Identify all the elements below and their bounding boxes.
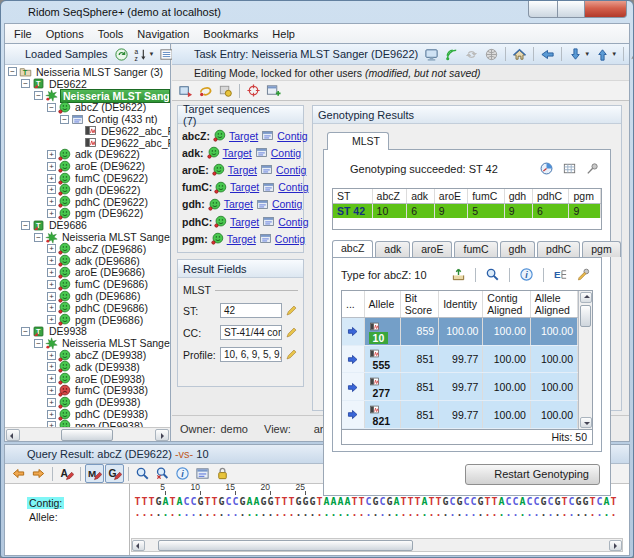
expand-toggle[interactable]: +: [47, 315, 56, 324]
tree-node[interactable]: +pdhC (DE9622): [5, 196, 170, 208]
allele-col-header[interactable]: Bit Score: [400, 291, 438, 318]
st-col-header[interactable]: ST: [333, 189, 372, 204]
submit-gray-icon[interactable]: [628, 45, 634, 64]
expand-toggle[interactable]: +: [47, 256, 56, 265]
tab-pdhC[interactable]: pdhC: [537, 241, 580, 257]
allele-row-label[interactable]: Allele:: [27, 511, 60, 523]
tab-fumC[interactable]: fumC: [454, 241, 497, 257]
tree-e-icon[interactable]: E: [551, 265, 570, 284]
scroll-left-button[interactable]: [6, 429, 20, 441]
tree-hscrollbar[interactable]: [5, 427, 170, 441]
info-icon[interactable]: i: [517, 265, 536, 284]
target-link[interactable]: Target: [223, 147, 252, 159]
menu-tools[interactable]: Tools: [91, 26, 131, 42]
monitor-icon[interactable]: [422, 45, 441, 64]
st-result-row[interactable]: ST 4210695969: [333, 204, 601, 219]
contig-link[interactable]: Contig: [276, 164, 306, 176]
pencil-a-icon[interactable]: A: [57, 464, 76, 483]
tab-mlst[interactable]: MLST: [327, 132, 389, 150]
target-link[interactable]: Target: [230, 216, 259, 228]
edit-pencil-icon[interactable]: [285, 326, 298, 339]
goto-arrow-icon[interactable]: [346, 381, 359, 394]
expand-toggle[interactable]: +: [47, 410, 56, 419]
tree-node[interactable]: +adk (DE9938): [5, 361, 170, 373]
tree-node[interactable]: +pgm (DE9622): [5, 208, 170, 220]
tree-node[interactable]: −Neisseria MLST Sanger (DE9938): [5, 337, 170, 349]
sync-gray-icon[interactable]: [462, 45, 481, 64]
tree-node[interactable]: −TDE9686: [5, 219, 170, 231]
tree-node[interactable]: −Contig (433 nt): [5, 113, 170, 125]
import-icon[interactable]: [176, 81, 195, 100]
collapse-toggle[interactable]: −: [60, 115, 69, 124]
contig-link[interactable]: Contig: [275, 233, 305, 245]
expand-toggle[interactable]: +: [47, 374, 56, 383]
expand-toggle[interactable]: +: [47, 292, 56, 301]
arrow-left-icon[interactable]: [538, 45, 557, 64]
tree-node[interactable]: +pgm (DE9938): [5, 420, 170, 427]
close-window-button[interactable]: [584, 1, 627, 18]
goto-arrow-icon[interactable]: [346, 325, 359, 338]
contig-link[interactable]: Contig: [277, 130, 307, 142]
alignment-hscrollbar[interactable]: [131, 538, 623, 552]
collapse-toggle[interactable]: −: [21, 327, 30, 336]
lock-icon[interactable]: [213, 464, 232, 483]
allele-vscrollbar[interactable]: [578, 291, 592, 429]
pencil-m-icon[interactable]: M: [85, 464, 104, 483]
coin-icon[interactable]: [216, 81, 235, 100]
expand-toggle[interactable]: +: [47, 386, 56, 395]
allele-col-header[interactable]: Identity: [439, 291, 483, 318]
tree-node[interactable]: +abcZ (DE9686): [5, 243, 170, 255]
tree-node[interactable]: +abcZ (DE9938): [5, 349, 170, 361]
allele-col-header[interactable]: Allele Aligned: [530, 291, 577, 318]
restart-genotyping-button[interactable]: Restart Genotyping: [465, 464, 600, 485]
allele-col-header[interactable]: Allele: [364, 291, 400, 318]
target-link[interactable]: Target: [228, 164, 257, 176]
expand-toggle[interactable]: +: [47, 174, 56, 183]
contig-link[interactable]: Contig: [272, 198, 302, 210]
orange-left-icon[interactable]: [9, 464, 28, 483]
pie-icon[interactable]: [537, 159, 556, 178]
scroll-thumb[interactable]: [158, 540, 413, 551]
menu-bookmarks[interactable]: Bookmarks: [196, 26, 265, 42]
tree-node[interactable]: +gdh (DE9686): [5, 290, 170, 302]
menu-navigation[interactable]: Navigation: [130, 26, 196, 42]
scroll-right-button[interactable]: [609, 540, 622, 551]
arrow-down-menu-icon[interactable]: ▼: [566, 45, 592, 64]
contig-row-label[interactable]: Contig:: [27, 497, 64, 509]
field-value[interactable]: 42: [220, 303, 282, 318]
expand-toggle[interactable]: +: [47, 351, 56, 360]
tree-node[interactable]: −TNeisseria MLST Sanger (3): [5, 66, 170, 78]
tree-node[interactable]: +gdh (DE9938): [5, 396, 170, 408]
collapse-toggle[interactable]: −: [47, 103, 56, 112]
field-value[interactable]: 10, 6, 9, 5, 9, 6, 9: [220, 347, 282, 362]
expand-toggle[interactable]: +: [47, 197, 56, 206]
wifi-icon[interactable]: [442, 45, 461, 64]
st-col-header[interactable]: pdhC: [533, 189, 569, 204]
allele-row[interactable]: 10859100.00100.00100.00: [342, 318, 578, 346]
tree-node[interactable]: DE9622_abc_R (7: [5, 125, 170, 137]
collapse-toggle[interactable]: −: [34, 339, 43, 348]
st-col-header[interactable]: gdh: [504, 189, 532, 204]
contig-link[interactable]: Contig: [271, 147, 301, 159]
collapse-toggle[interactable]: −: [21, 79, 30, 88]
tree-node[interactable]: +gdh (DE9622): [5, 184, 170, 196]
expand-toggle[interactable]: +: [47, 362, 56, 371]
tree-node[interactable]: −TDE9938: [5, 326, 170, 338]
contig-icon[interactable]: [193, 464, 212, 483]
minimize-button[interactable]: [528, 1, 557, 18]
collapse-toggle[interactable]: −: [21, 221, 30, 230]
info-icon[interactable]: i: [173, 464, 192, 483]
tree-node[interactable]: +pdhC (DE9938): [5, 408, 170, 420]
edit-pencil-icon[interactable]: [285, 348, 298, 361]
target-link[interactable]: Target: [230, 181, 259, 193]
arrow-up-menu-icon[interactable]: ▼: [593, 45, 619, 64]
grid-icon[interactable]: [560, 159, 579, 178]
magnifier-x-icon[interactable]: [153, 464, 172, 483]
tree-node[interactable]: −Neisseria MLST Sanger (DE9622): [5, 90, 170, 102]
orange-right-icon[interactable]: [29, 464, 48, 483]
tree-node[interactable]: +aroE (DE9686): [5, 267, 170, 279]
allele-row[interactable]: 55585199.77100.00100.00: [342, 345, 578, 373]
scroll-thumb[interactable]: [61, 429, 113, 441]
expand-toggle[interactable]: +: [47, 303, 56, 312]
expand-toggle[interactable]: +: [47, 162, 56, 171]
